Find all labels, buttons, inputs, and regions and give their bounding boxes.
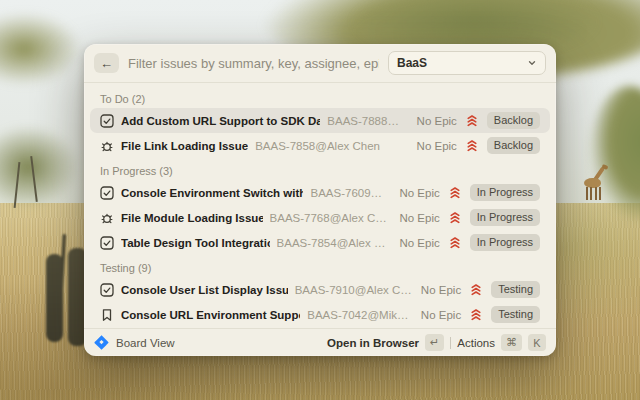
section-header: Testing (9) (90, 255, 550, 277)
issue-key-assignee: BAAS-7609@Alex Chen (310, 187, 392, 199)
epic-label: No Epic (417, 140, 457, 152)
bug-icon (100, 211, 114, 225)
epic-label: No Epic (399, 237, 439, 249)
issue-title: Console Environment Switch with URL Para… (121, 187, 303, 199)
priority-highest-icon (448, 236, 462, 250)
issue-row[interactable]: Console URL Environment Support BAAS-704… (90, 302, 550, 327)
actions-button[interactable]: Actions (457, 337, 495, 349)
project-dropdown[interactable]: BaaS (388, 51, 546, 75)
status-badge: Backlog (487, 137, 540, 154)
epic-label: No Epic (421, 284, 461, 296)
open-in-browser-button[interactable]: Open in Browser (327, 337, 419, 349)
issue-row[interactable]: Add Custom URL Support to SDK Data Table… (90, 108, 550, 133)
back-button[interactable]: ← (94, 53, 119, 73)
epic-label: No Epic (417, 115, 457, 127)
priority-highest-icon (465, 139, 479, 153)
issue-key-assignee: BAAS-7888@Alex Chen (327, 115, 409, 127)
footer-actions: Open in Browser ↵ Actions ⌘ K (327, 334, 546, 351)
task-checkbox-icon (100, 114, 114, 128)
section-header: To Do (2) (90, 86, 550, 108)
issue-row[interactable]: Table Design Tool Integration BAAS-7854@… (90, 230, 550, 255)
section-header: In Progress (3) (90, 158, 550, 180)
issue-row[interactable]: Console User List Display Issue BAAS-791… (90, 277, 550, 302)
context-label: Board View (116, 337, 175, 349)
bug-icon (100, 139, 114, 153)
issue-filter-palette: ← BaaS To Do (2) Add Cus (84, 44, 556, 356)
k-key-icon: K (528, 334, 546, 351)
jira-icon (94, 335, 109, 350)
issue-key-assignee: BAAS-7042@Mike Liu (307, 309, 414, 321)
chevron-down-icon (527, 58, 537, 68)
issue-list: To Do (2) Add Custom URL Support to SDK … (84, 83, 556, 328)
status-badge: Testing (491, 306, 540, 323)
giraffe (582, 165, 616, 201)
status-badge: In Progress (470, 209, 540, 226)
priority-highest-icon (469, 308, 483, 322)
issue-key-assignee: BAAS-7858@Alex Chen (255, 140, 380, 152)
issue-title: Console URL Environment Support (121, 309, 300, 321)
back-arrow-icon: ← (100, 56, 113, 71)
issue-key-assignee: BAAS-7910@Alex Chen (295, 284, 414, 296)
status-badge: Backlog (487, 112, 540, 129)
issue-row[interactable]: File Link Loading Issue BAAS-7858@Alex C… (90, 133, 550, 158)
priority-highest-icon (469, 283, 483, 297)
issue-title: Console User List Display Issue (121, 284, 288, 296)
palette-footer: Board View Open in Browser ↵ Actions ⌘ K (84, 328, 556, 356)
epic-label: No Epic (421, 309, 461, 321)
issue-key-assignee: BAAS-7854@Alex Chen (277, 237, 393, 249)
issue-title: Table Design Tool Integration (121, 237, 270, 249)
issue-row[interactable]: Console Environment Switch with URL Para… (90, 180, 550, 205)
command-key-icon: ⌘ (501, 334, 522, 351)
task-checkbox-icon (100, 283, 114, 297)
priority-highest-icon (448, 186, 462, 200)
task-checkbox-icon (100, 186, 114, 200)
epic-label: No Epic (399, 212, 439, 224)
status-badge: In Progress (470, 184, 540, 201)
issue-key-assignee: BAAS-7768@Alex Chen (270, 212, 393, 224)
return-key-icon: ↵ (425, 334, 444, 351)
search-input[interactable] (128, 56, 379, 71)
priority-highest-icon (465, 114, 479, 128)
status-badge: Testing (491, 281, 540, 298)
issue-title: File Link Loading Issue (121, 140, 248, 152)
priority-highest-icon (448, 211, 462, 225)
issue-title: Add Custom URL Support to SDK Data Table… (121, 115, 320, 127)
issue-title: File Module Loading Issue (121, 212, 263, 224)
task-checkbox-icon (100, 236, 114, 250)
project-dropdown-value: BaaS (397, 56, 427, 70)
issue-row[interactable]: File Module Loading Issue BAAS-7768@Alex… (90, 205, 550, 230)
palette-header: ← BaaS (84, 44, 556, 83)
epic-label: No Epic (399, 187, 439, 199)
footer-divider (450, 337, 451, 349)
bookmark-story-icon (100, 308, 114, 322)
status-badge: In Progress (470, 234, 540, 251)
